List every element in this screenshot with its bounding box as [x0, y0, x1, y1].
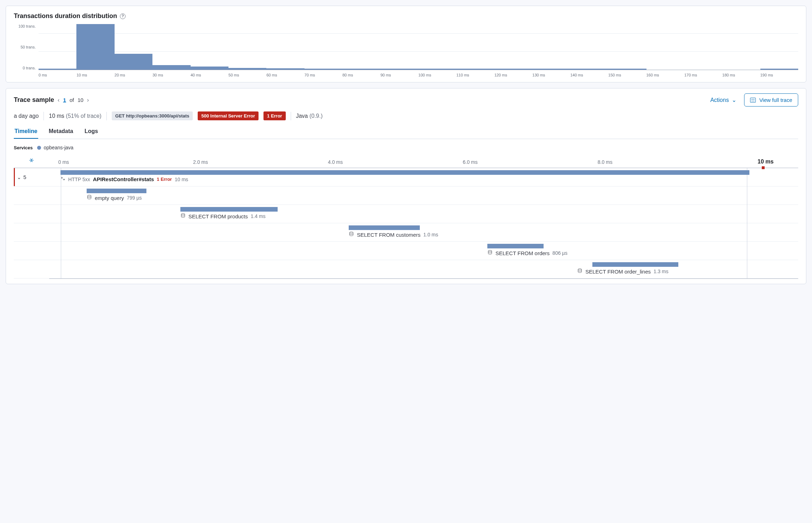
- error-badge: 1 Error: [263, 111, 286, 120]
- trace-icon: [750, 98, 756, 103]
- svg-point-4: [578, 269, 582, 270]
- span-label: SELECT FROM products1.4 ms: [180, 213, 798, 219]
- span-duration: 1.3 ms: [654, 269, 668, 274]
- tab-timeline[interactable]: Timeline: [14, 125, 38, 139]
- hist-bar-slot[interactable]: [608, 24, 646, 70]
- span-label: empty query799 µs: [87, 195, 798, 201]
- hist-x-tick: 180 ms: [722, 73, 760, 77]
- root-name: APIRestController#stats: [93, 176, 154, 182]
- span-label: SELECT FROM customers1.0 ms: [349, 231, 798, 238]
- hist-bar: [342, 69, 380, 70]
- pager-current[interactable]: 1: [63, 97, 66, 103]
- help-icon[interactable]: ?: [120, 13, 126, 19]
- span-lane: SELECT FROM orders806 µs: [49, 242, 798, 260]
- database-icon: [577, 268, 582, 275]
- chevron-down-icon: ⌄: [732, 97, 736, 103]
- span-name: SELECT FROM orders: [495, 250, 550, 256]
- hist-bar-slot[interactable]: [342, 24, 380, 70]
- svg-point-3: [488, 250, 492, 252]
- root-bar: [60, 170, 750, 175]
- span-lane: SELECT FROM order_lines1.3 ms: [49, 260, 798, 278]
- hist-bar: [381, 69, 418, 70]
- hist-x-tick: 40 ms: [191, 73, 228, 77]
- hist-bar-slot[interactable]: [266, 24, 304, 70]
- histogram-chart: 100 trans.50 trans.0 trans.: [14, 24, 798, 70]
- hist-bar-slot[interactable]: [760, 24, 798, 70]
- span-label: SELECT FROM order_lines1.3 ms: [577, 268, 798, 275]
- waterfall-tick: 2.0 ms: [193, 159, 208, 165]
- hist-bar-slot[interactable]: [228, 24, 266, 70]
- waterfall-span-row[interactable]: SELECT FROM orders806 µs: [14, 242, 798, 260]
- span-duration: 1.0 ms: [423, 232, 438, 237]
- span-bar: [487, 244, 544, 248]
- waterfall-span-row[interactable]: empty query799 µs: [14, 186, 798, 205]
- hist-x-tick: 110 ms: [456, 73, 494, 77]
- span-bar: [592, 262, 679, 267]
- hist-bar-slot[interactable]: [646, 24, 684, 70]
- hist-bar: [191, 67, 228, 70]
- span-name: SELECT FROM products: [188, 213, 248, 219]
- status-badge: 500 Internal Server Error: [198, 111, 259, 120]
- trace-duration-wrap: 10 ms (51% of trace): [49, 113, 102, 119]
- database-icon: [180, 213, 186, 219]
- hist-bar: [266, 68, 304, 70]
- waterfall-collapse-all[interactable]: [14, 154, 49, 168]
- view-full-trace-label: View full trace: [759, 97, 792, 103]
- hist-x-tick: 190 ms: [760, 73, 798, 77]
- actions-dropdown[interactable]: Actions ⌄: [710, 97, 736, 103]
- waterfall-tick: 8.0 ms: [598, 159, 613, 165]
- trace-sample-title: Trace sample: [14, 96, 54, 104]
- view-full-trace-button[interactable]: View full trace: [744, 93, 798, 107]
- pager-of-label: of: [70, 97, 74, 103]
- root-duration: 10 ms: [175, 177, 188, 182]
- service-name: opbeans-java: [44, 145, 74, 150]
- span-duration: 799 µs: [127, 195, 141, 201]
- hist-bar-slot[interactable]: [532, 24, 570, 70]
- pager-prev-icon[interactable]: ‹: [58, 97, 59, 103]
- hist-bar-slot[interactable]: [76, 24, 114, 70]
- service-item[interactable]: opbeans-java: [37, 145, 74, 150]
- histogram-plot[interactable]: [39, 24, 798, 70]
- pager-next-icon[interactable]: ›: [87, 97, 89, 103]
- hist-x-tick: 160 ms: [646, 73, 684, 77]
- transaction-icon: [60, 176, 65, 182]
- hist-bar-slot[interactable]: [152, 24, 190, 70]
- hist-bar: [76, 24, 114, 70]
- tab-metadata[interactable]: Metadata: [48, 125, 74, 139]
- hist-bar-slot[interactable]: [381, 24, 418, 70]
- tab-logs[interactable]: Logs: [84, 125, 99, 139]
- divider: [291, 112, 291, 120]
- hist-x-tick: 170 ms: [684, 73, 722, 77]
- hist-bar-slot[interactable]: [39, 24, 76, 70]
- hist-bar-slot[interactable]: [722, 24, 760, 70]
- hist-bar-slot[interactable]: [418, 24, 456, 70]
- trace-sample-panel: Trace sample ‹ 1 of 10 › Actions ⌄ View …: [6, 88, 806, 284]
- hist-bar-slot[interactable]: [494, 24, 532, 70]
- hist-x-tick: 120 ms: [494, 73, 532, 77]
- trace-sample-header-left: Trace sample ‹ 1 of 10 ›: [14, 96, 89, 104]
- waterfall-span-row[interactable]: SELECT FROM order_lines1.3 ms: [14, 260, 798, 278]
- waterfall-axis: 10 ms 0 ms2.0 ms4.0 ms6.0 ms8.0 ms: [14, 154, 798, 168]
- hist-bar-slot[interactable]: [304, 24, 342, 70]
- hist-bar-slot[interactable]: [570, 24, 608, 70]
- trace-duration: 10 ms: [49, 113, 64, 119]
- hist-y-tick: 0 trans.: [14, 66, 36, 70]
- hist-bar-slot[interactable]: [456, 24, 494, 70]
- waterfall-span-row[interactable]: SELECT FROM customers1.0 ms: [14, 223, 798, 242]
- waterfall-span-row[interactable]: SELECT FROM products1.4 ms: [14, 205, 798, 223]
- waterfall-root-row[interactable]: ⌄ 5 HTTP 5xx APIRestController#stats 1 E…: [14, 168, 798, 186]
- span-name: empty query: [95, 195, 124, 201]
- hist-x-tick: 0 ms: [39, 73, 76, 77]
- hist-bar-slot[interactable]: [684, 24, 722, 70]
- hist-bar-slot[interactable]: [191, 24, 228, 70]
- waterfall-tick: 4.0 ms: [328, 159, 343, 165]
- chevron-down-icon[interactable]: ⌄: [17, 174, 21, 180]
- hist-bar: [418, 69, 456, 70]
- hist-bar: [152, 65, 190, 70]
- actions-label: Actions: [710, 97, 729, 103]
- trace-pct: (51% of trace): [66, 113, 101, 119]
- hist-bar-slot[interactable]: [115, 24, 152, 70]
- hist-x-tick: 150 ms: [608, 73, 646, 77]
- hist-bar: [39, 69, 76, 70]
- hist-x-tick: 30 ms: [152, 73, 190, 77]
